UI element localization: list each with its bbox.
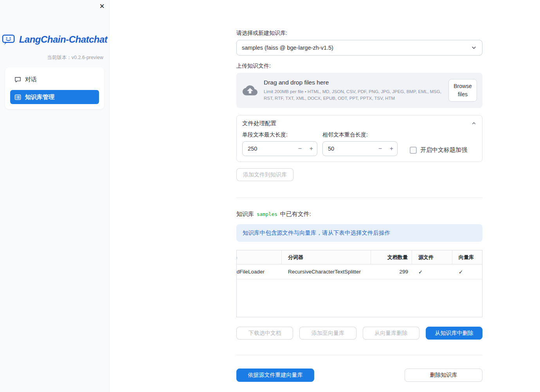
- table-actions: 下载选中文档 添加至向量库 从向量库删除 从知识库中删除: [236, 327, 482, 340]
- chunk-size-group: 单段文本最大长度: 250 − +: [242, 131, 317, 156]
- card-list-icon: [14, 94, 21, 101]
- menu-label-knowledge-base: 知识库管理: [25, 94, 54, 101]
- table-header-row: 文档加载器 分词器 文档数量 源文件 向量库: [236, 250, 482, 264]
- cell-vector-check: ✓: [452, 269, 482, 275]
- kb-select-value: samples (faiss @ bge-large-zh-v1.5): [242, 45, 333, 51]
- expander-body: 单段文本最大长度: 250 − + 相邻文本重合长度: 50 − +: [237, 131, 482, 162]
- expander-header[interactable]: 文件处理配置: [237, 115, 482, 131]
- overlap-decrement-button[interactable]: −: [374, 145, 386, 152]
- cell-doc-count: 299: [371, 269, 412, 275]
- sidebar-item-chat[interactable]: 对话: [10, 72, 99, 86]
- files-table: 文档加载器 分词器 文档数量 源文件 向量库 UnstructuredFileL…: [236, 250, 482, 317]
- kb-select-label: 请选择或新建知识库:: [236, 30, 482, 37]
- existing-prefix: 知识库: [236, 210, 254, 218]
- main-area: 请选择或新建知识库: samples (faiss @ bge-large-zh…: [110, 0, 540, 392]
- existing-suffix: 中已有文件:: [280, 210, 311, 218]
- uploader-text: Drag and drop files here Limit 200MB per…: [264, 79, 444, 101]
- header-splitter[interactable]: 分词器: [282, 250, 371, 264]
- checkbox-box[interactable]: [410, 147, 417, 154]
- version-text: 当前版本：v0.2.6-preview: [0, 54, 109, 61]
- delete-kb-button[interactable]: 删除知识库: [405, 369, 482, 382]
- browse-files-button[interactable]: Browse files: [448, 79, 477, 102]
- kb-bottom-actions: 依据源文件重建向量库 删除知识库: [236, 369, 482, 382]
- file-dropzone[interactable]: Drag and drop files here Limit 200MB per…: [236, 73, 482, 108]
- chevron-down-icon: [471, 45, 477, 51]
- logo: LangChain-Chatchat: [0, 0, 109, 45]
- sidebar-item-knowledge-base[interactable]: 知识库管理: [10, 90, 99, 104]
- header-loader[interactable]: 文档加载器: [236, 250, 282, 264]
- file-config-expander: 文件处理配置 单段文本最大长度: 250 − +: [236, 115, 482, 162]
- chunk-size-label: 单段文本最大长度:: [242, 131, 317, 138]
- cell-source-check: ✓: [412, 269, 452, 275]
- app-root: × LangChain-Chatchat 当前版本：v0.2.6-preview: [0, 0, 540, 392]
- overlap-group: 相邻文本重合长度: 50 − +: [322, 131, 398, 156]
- header-source-file[interactable]: 源文件: [412, 250, 452, 264]
- chat-bubble-icon: [14, 76, 21, 83]
- chevron-up-icon: [471, 120, 477, 126]
- upload-cloud-icon: [243, 85, 257, 96]
- cell-splitter: RecursiveCharacterTextSplitter: [282, 269, 371, 275]
- delete-from-kb-button[interactable]: 从知识库中删除: [426, 327, 482, 340]
- logo-icon: [2, 34, 16, 45]
- overlap-increment-button[interactable]: +: [386, 145, 397, 152]
- checkbox-label: 开启中文标题加强: [420, 146, 467, 154]
- overlap-value[interactable]: 50: [328, 146, 374, 152]
- sidebar: × LangChain-Chatchat 当前版本：v0.2.6-preview: [0, 0, 110, 392]
- upload-limit-text: Limit 200MB per file • HTML, MD, JSON, C…: [264, 88, 444, 101]
- kb-select[interactable]: samples (faiss @ bge-large-zh-v1.5): [236, 40, 482, 56]
- delete-from-vector-store-button[interactable]: 从向量库删除: [363, 327, 419, 340]
- divider: [236, 355, 482, 355]
- sidebar-close-icon[interactable]: ×: [99, 1, 104, 12]
- table-row[interactable]: UnstructuredFileLoader RecursiveCharacte…: [236, 264, 482, 279]
- info-banner: 知识库中包含源文件与向量库，请从下表中选择文件后操作: [236, 224, 482, 242]
- kb-name-code: samples: [257, 211, 277, 217]
- download-selected-button[interactable]: 下载选中文档: [236, 327, 293, 340]
- chunk-increment-button[interactable]: +: [306, 145, 317, 152]
- existing-files-line: 知识库 samples 中已有文件:: [236, 210, 482, 218]
- overlap-input[interactable]: 50 − +: [322, 141, 398, 156]
- menu-label-chat: 对话: [25, 76, 37, 83]
- chunk-size-value[interactable]: 250: [248, 146, 294, 152]
- chunk-decrement-button[interactable]: −: [294, 145, 306, 152]
- header-vector-store[interactable]: 向量库: [452, 250, 482, 264]
- overlap-label: 相邻文本重合长度:: [322, 131, 398, 138]
- rebuild-vector-store-button[interactable]: 依据源文件重建向量库: [236, 369, 314, 382]
- zh-title-enhance-checkbox[interactable]: 开启中文标题加强: [410, 146, 467, 154]
- divider: [236, 198, 482, 198]
- cell-loader: UnstructuredFileLoader: [236, 269, 282, 275]
- sidebar-menu: 对话 知识库管理: [5, 67, 104, 109]
- add-to-vector-store-button[interactable]: 添加至向量库: [299, 327, 356, 340]
- header-doc-count[interactable]: 文档数量: [371, 250, 412, 264]
- expander-title: 文件处理配置: [242, 120, 276, 127]
- upload-label: 上传知识文件:: [236, 63, 482, 70]
- add-files-to-kb-button[interactable]: 添加文件到知识库: [236, 168, 293, 181]
- logo-text: LangChain-Chatchat: [19, 34, 108, 45]
- drag-drop-text: Drag and drop files here: [264, 79, 444, 86]
- spacer: [320, 369, 398, 382]
- chunk-size-input[interactable]: 250 − +: [242, 141, 317, 156]
